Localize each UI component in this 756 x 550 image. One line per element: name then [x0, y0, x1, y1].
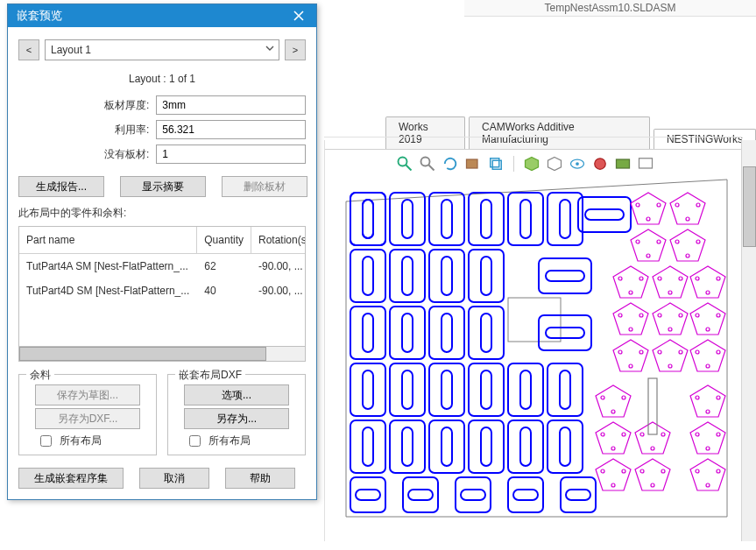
- svg-point-145: [601, 433, 604, 436]
- svg-point-8: [576, 162, 579, 166]
- no-sheet-field[interactable]: [156, 145, 306, 164]
- svg-marker-164: [690, 459, 725, 490]
- svg-point-115: [629, 328, 632, 331]
- svg-rect-17: [363, 200, 373, 238]
- col-part-name[interactable]: Part name: [19, 227, 197, 254]
- svg-rect-83: [566, 490, 590, 500]
- dxf-all-layouts-label: 所有布局: [208, 434, 251, 448]
- svg-point-98: [696, 240, 700, 243]
- svg-point-150: [661, 433, 665, 436]
- layout-select[interactable]: Layout 1: [45, 39, 279, 60]
- svg-point-0: [399, 158, 407, 166]
- svg-point-166: [717, 469, 720, 473]
- svg-rect-43: [402, 314, 413, 352]
- svg-point-109: [696, 277, 699, 280]
- svg-rect-5: [491, 159, 499, 167]
- svg-rect-6: [492, 160, 501, 169]
- next-layout-button[interactable]: >: [285, 39, 306, 60]
- svg-rect-59: [520, 370, 531, 409]
- dxf-save-as-button[interactable]: 另存为...: [184, 408, 289, 429]
- svg-marker-136: [596, 385, 631, 417]
- utilization-field[interactable]: [156, 120, 306, 139]
- render-icon[interactable]: [637, 155, 654, 173]
- save-as-dxf-button: 另存为DXF...: [35, 408, 140, 429]
- display-wire-icon[interactable]: [546, 155, 563, 173]
- zoom-fit-icon[interactable]: [396, 155, 413, 173]
- svg-point-143: [706, 410, 710, 413]
- svg-line-1: [406, 165, 411, 170]
- close-button[interactable]: [281, 4, 316, 27]
- svg-marker-144: [596, 422, 631, 454]
- svg-point-90: [696, 203, 700, 207]
- appearance-icon[interactable]: [591, 155, 609, 173]
- svg-rect-53: [402, 370, 413, 409]
- svg-point-114: [639, 314, 643, 317]
- parts-section-label: 此布局中的零件和余料:: [18, 206, 306, 221]
- svg-rect-63: [363, 427, 373, 466]
- svg-rect-69: [481, 427, 491, 466]
- svg-point-138: [622, 396, 625, 399]
- svg-point-139: [611, 410, 615, 413]
- hide-show-icon[interactable]: [569, 155, 586, 173]
- svg-point-9: [595, 159, 606, 170]
- remnant-all-layouts-checkbox[interactable]: [40, 435, 52, 447]
- show-summary-button[interactable]: 显示摘要: [120, 176, 206, 197]
- nest-dxf-group: 嵌套布局DXF 选项... 另存为... 所有布局: [167, 374, 306, 455]
- dialog-title: 嵌套预览: [17, 8, 62, 24]
- svg-marker-152: [690, 422, 725, 454]
- svg-marker-132: [690, 340, 725, 371]
- svg-marker-120: [690, 303, 725, 335]
- tab-works2019[interactable]: Works 2019: [385, 116, 465, 149]
- dxf-all-layouts-checkbox[interactable]: [189, 435, 201, 447]
- svg-point-134: [717, 350, 720, 354]
- scene-icon[interactable]: [614, 155, 632, 173]
- svg-point-113: [618, 314, 622, 317]
- chevron-down-icon: [265, 43, 275, 56]
- svg-point-133: [696, 350, 699, 354]
- svg-point-122: [717, 314, 720, 317]
- svg-rect-71: [520, 427, 531, 466]
- tab-camworks-additive[interactable]: CAMWorks Additive Manufacturing: [469, 116, 650, 149]
- zoom-area-icon[interactable]: [419, 155, 436, 173]
- dxf-options-button[interactable]: 选项...: [184, 384, 289, 405]
- svg-point-137: [601, 396, 604, 399]
- svg-rect-51: [363, 370, 373, 409]
- svg-rect-37: [481, 257, 491, 295]
- svg-point-105: [658, 277, 661, 280]
- prev-layout-button[interactable]: <: [18, 39, 39, 60]
- svg-marker-104: [653, 266, 688, 298]
- svg-point-110: [717, 277, 720, 280]
- svg-marker-112: [613, 303, 648, 335]
- svg-point-130: [679, 350, 682, 354]
- col-rotation[interactable]: Rotation(s): [251, 227, 306, 254]
- sheet-thickness-label: 板材厚度:: [18, 98, 156, 113]
- generate-report-button[interactable]: 生成报告...: [18, 176, 104, 197]
- view-orient-icon[interactable]: [487, 155, 505, 173]
- table-horizontal-scrollbar[interactable]: [18, 347, 306, 362]
- svg-point-121: [696, 314, 699, 317]
- col-quantity[interactable]: Quantity: [197, 227, 251, 254]
- svg-point-125: [618, 350, 622, 354]
- no-sheet-label: 没有板材:: [18, 147, 156, 162]
- cancel-button[interactable]: 取消: [139, 468, 209, 489]
- svg-point-126: [639, 350, 643, 354]
- svg-marker-88: [670, 193, 705, 224]
- view-toolbar: [324, 149, 756, 173]
- generate-assembly-button[interactable]: 生成嵌套程序集: [18, 468, 124, 489]
- svg-rect-39: [546, 271, 584, 281]
- section-icon[interactable]: [464, 155, 482, 173]
- svg-marker-116: [653, 303, 688, 335]
- vertical-scrollbar[interactable]: [741, 140, 756, 541]
- svg-rect-35: [442, 257, 452, 295]
- help-button[interactable]: 帮助: [225, 468, 295, 489]
- svg-marker-96: [670, 229, 705, 261]
- parts-table[interactable]: Part name Quantity Rotation(s) TutPart4A…: [18, 226, 306, 347]
- svg-rect-49: [546, 328, 584, 338]
- display-shaded-icon[interactable]: [523, 155, 541, 173]
- svg-marker-108: [690, 266, 725, 298]
- svg-rect-55: [442, 370, 452, 409]
- rotate-icon[interactable]: [442, 155, 459, 173]
- sheet-thickness-field[interactable]: [156, 95, 306, 115]
- table-row[interactable]: TutPart4A SM [Nest-FlatPattern_... 62 -9…: [19, 254, 306, 279]
- table-row[interactable]: TutPart4D SM [Nest-FlatPattern_... 40 -9…: [19, 279, 306, 303]
